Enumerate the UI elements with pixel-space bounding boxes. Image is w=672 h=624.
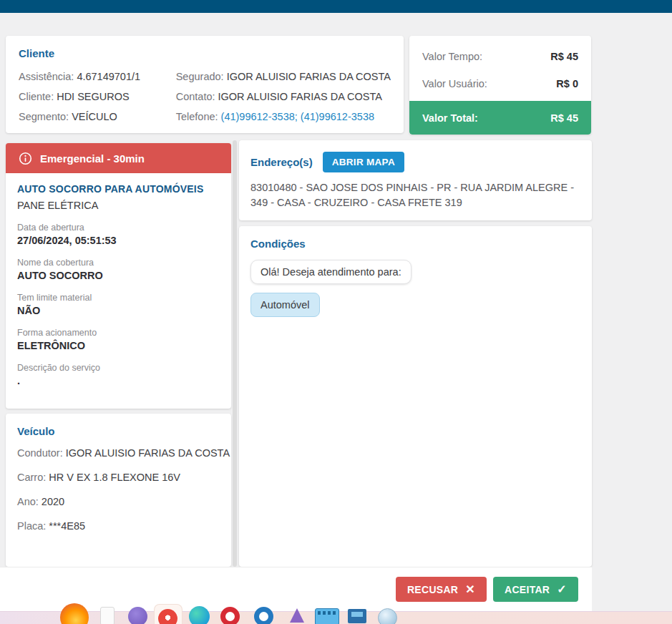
data-abertura-field: Data de abertura 27/06/2024, 05:51:53 bbox=[17, 223, 220, 246]
cliente-card-title: Cliente bbox=[19, 47, 391, 59]
segurado-label: Segurado: bbox=[176, 71, 224, 82]
segmento-value: VEÍCULO bbox=[72, 111, 117, 122]
cliente-value: HDI SEGUROS bbox=[57, 91, 130, 102]
valor-usuario-label: Valor Usuário: bbox=[422, 78, 487, 89]
valor-usuario-value: R$ 0 bbox=[556, 78, 578, 89]
endereco-card: Endereço(s) ABRIR MAPA 83010480 - SAO JO… bbox=[239, 140, 592, 220]
chat-answer-chip[interactable]: Automóvel bbox=[250, 293, 320, 317]
descricao-servico-value: . bbox=[17, 375, 220, 386]
contato-row: Contato:IGOR ALUISIO FARIAS DA COSTA bbox=[176, 87, 391, 107]
contato-value: IGOR ALUISIO FARIAS DA COSTA bbox=[218, 91, 382, 102]
condutor-label: Condutor: bbox=[17, 447, 63, 459]
left-column-scrollbar[interactable] bbox=[233, 140, 237, 567]
opera-icon[interactable] bbox=[220, 607, 240, 624]
terminal-icon[interactable] bbox=[348, 609, 366, 623]
recusar-button-label: RECUSAR bbox=[407, 584, 458, 595]
emergency-banner-label: Emergencial - 30min bbox=[40, 152, 145, 165]
recusar-button[interactable]: RECUSAR ✕ bbox=[396, 577, 487, 602]
endereco-address: 83010480 - SAO JOSE DOS PINHAIS - PR - R… bbox=[250, 180, 580, 210]
action-footer: RECUSAR ✕ ACEITAR ✓ bbox=[0, 567, 592, 611]
ano-row: Ano:2020 bbox=[17, 492, 220, 512]
nome-cobertura-value: AUTO SOCORRO bbox=[17, 270, 220, 281]
valor-total-row: Valor Total: R$ 45 bbox=[409, 101, 591, 135]
files-icon[interactable] bbox=[100, 607, 115, 624]
endereco-card-title: Endereço(s) bbox=[250, 156, 313, 168]
close-icon: ✕ bbox=[465, 582, 475, 596]
assistencia-row: Assistência:4.67149701/1 bbox=[19, 67, 176, 87]
limite-material-field: Tem limite material NÃO bbox=[17, 293, 220, 316]
condicoes-card-title: Condições bbox=[250, 238, 580, 250]
carro-value: HR V EX 1.8 FLEXONE 16V bbox=[49, 472, 180, 483]
placa-label: Placa: bbox=[17, 520, 46, 532]
top-navigation-bar bbox=[0, 0, 672, 13]
cliente-row: Cliente:HDI SEGUROS bbox=[19, 87, 176, 107]
segmento-label: Segmento: bbox=[19, 111, 69, 122]
descricao-servico-label: Descrição do serviço bbox=[17, 363, 220, 373]
valores-card: Valor Tempo: R$ 45 Valor Usuário: R$ 0 V… bbox=[409, 36, 591, 135]
placa-value: ***4E85 bbox=[49, 520, 85, 532]
forma-acionamento-value: ELETRÔNICO bbox=[17, 340, 220, 351]
valor-total-value: R$ 45 bbox=[550, 112, 578, 124]
descricao-servico-field: Descrição do serviço . bbox=[17, 363, 220, 386]
valor-tempo-row: Valor Tempo: R$ 45 bbox=[409, 43, 591, 70]
aceitar-button[interactable]: ACEITAR ✓ bbox=[493, 577, 578, 602]
condutor-row: Condutor:IGOR ALUISIO FARIAS DA COSTA bbox=[17, 443, 220, 463]
inkscape-icon[interactable] bbox=[290, 608, 304, 623]
browser-ring-icon[interactable] bbox=[254, 607, 273, 624]
purple-app-icon[interactable] bbox=[128, 607, 147, 624]
edge-icon[interactable] bbox=[189, 606, 210, 624]
keyboard-icon[interactable] bbox=[315, 608, 339, 624]
valor-tempo-value: R$ 45 bbox=[550, 51, 578, 62]
data-abertura-label: Data de abertura bbox=[17, 223, 220, 233]
cliente-card: Cliente Assistência:4.67149701/1 Cliente… bbox=[6, 36, 404, 133]
assistencia-label: Assistência: bbox=[19, 71, 74, 82]
ano-value: 2020 bbox=[42, 496, 64, 507]
servico-title: AUTO SOCORRO PARA AUTOMÓVEIS bbox=[17, 183, 220, 195]
servico-card: AUTO SOCORRO PARA AUTOMÓVEIS PANE ELÉTRI… bbox=[6, 173, 231, 409]
contato-label: Contato: bbox=[176, 91, 215, 102]
condicoes-card: Condições Olá! Deseja atendimento para: … bbox=[239, 226, 592, 567]
assistencia-value: 4.67149701/1 bbox=[77, 71, 140, 82]
terminal-bar bbox=[351, 612, 363, 617]
emergency-banner: Emergencial - 30min bbox=[6, 143, 231, 173]
servico-subtitle: PANE ELÉTRICA bbox=[17, 200, 220, 211]
segurado-row: Segurado:IGOR ALUISIO FARIAS DA COSTA bbox=[176, 67, 391, 87]
ano-label: Ano: bbox=[17, 496, 39, 507]
veiculo-card: Veículo Condutor:IGOR ALUISIO FARIAS DA … bbox=[6, 414, 231, 567]
abrir-mapa-button[interactable]: ABRIR MAPA bbox=[323, 152, 404, 172]
cliente-label: Cliente: bbox=[19, 91, 54, 102]
valor-tempo-label: Valor Tempo: bbox=[422, 51, 482, 62]
veiculo-card-title: Veículo bbox=[17, 425, 220, 437]
nome-cobertura-label: Nome da cobertura bbox=[17, 258, 220, 268]
placa-row: Placa:***4E85 bbox=[17, 516, 220, 536]
forma-acionamento-field: Forma acionamento ELETRÔNICO bbox=[17, 328, 220, 351]
nome-cobertura-field: Nome da cobertura AUTO SOCORRO bbox=[17, 258, 220, 281]
globe-icon[interactable] bbox=[378, 608, 397, 624]
limite-material-value: NÃO bbox=[17, 305, 220, 316]
telefone-label: Telefone: bbox=[176, 111, 218, 122]
valor-usuario-row: Valor Usuário: R$ 0 bbox=[409, 70, 591, 97]
segmento-row: Segmento:VEÍCULO bbox=[19, 107, 176, 127]
data-abertura-value: 27/06/2024, 05:51:53 bbox=[17, 235, 220, 246]
keyboard-keys bbox=[318, 611, 336, 615]
chrome-icon bbox=[158, 609, 177, 624]
info-icon bbox=[19, 152, 32, 165]
check-icon: ✓ bbox=[557, 582, 567, 596]
forma-acionamento-label: Forma acionamento bbox=[17, 328, 220, 338]
limite-material-label: Tem limite material bbox=[17, 293, 220, 303]
telefone-link[interactable]: (41)99612-3538; (41)99612-3538 bbox=[221, 111, 374, 122]
chrome-active-slot[interactable] bbox=[155, 605, 182, 624]
aceitar-button-label: ACEITAR bbox=[505, 584, 550, 595]
segurado-value: IGOR ALUISIO FARIAS DA COSTA bbox=[227, 71, 391, 82]
carro-label: Carro: bbox=[17, 472, 46, 483]
telefone-row: Telefone:(41)99612-3538; (41)99612-3538 bbox=[176, 107, 391, 127]
condutor-value: IGOR ALUISIO FARIAS DA COSTA bbox=[66, 447, 230, 459]
valor-total-label: Valor Total: bbox=[422, 112, 478, 124]
chat-question-bubble: Olá! Deseja atendimento para: bbox=[250, 260, 412, 284]
carro-row: Carro:HR V EX 1.8 FLEXONE 16V bbox=[17, 467, 220, 487]
